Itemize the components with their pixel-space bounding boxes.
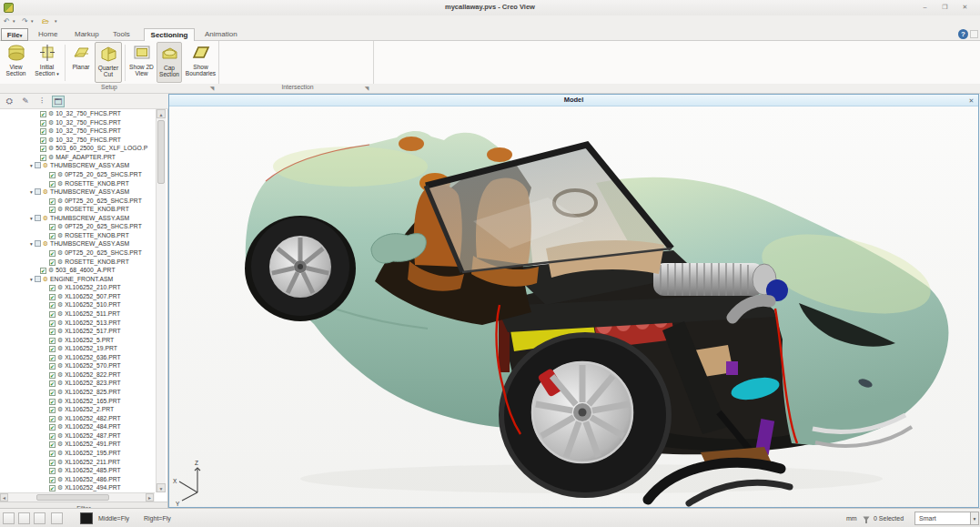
visibility-checkbox[interactable]: ✔ (49, 468, 56, 474)
tree-item[interactable]: ▾⚙THUMBSCREW_ASSY.ASM (0, 214, 155, 223)
visibility-checkbox[interactable]: ✔ (49, 320, 56, 327)
quarter-cut-button[interactable]: Quarter Cut (95, 42, 122, 83)
tree-item[interactable]: ▾⚙THUMBSCREW_ASSY.ASM (0, 187, 155, 197)
visibility-checkbox[interactable]: ✔ (49, 311, 56, 318)
scroll-left-icon[interactable]: ◄ (0, 493, 8, 502)
restore-button[interactable]: ❐ (937, 2, 953, 13)
component-display-icon[interactable]: ⛭ (3, 96, 15, 107)
undo-icon[interactable]: ↶ (4, 16, 10, 26)
expand-arrow-icon[interactable]: ▾ (30, 189, 33, 195)
display-style-icon-1[interactable] (3, 512, 15, 524)
tree-item[interactable]: ✔⚙0PT25_20_625_SHCS.PRT (0, 170, 155, 179)
tree-item[interactable]: ✔⚙XL106252_486.PRT (0, 475, 155, 484)
help-icon[interactable]: ? (958, 29, 968, 39)
tree-item[interactable]: ✔⚙XL106252_822.PRT (0, 370, 155, 380)
viewable-icon[interactable] (35, 188, 41, 195)
tree-item[interactable]: ✔⚙XL106252_636.PRT (0, 353, 155, 362)
selection-filter-combo[interactable]: Smart (914, 512, 971, 525)
tab-tools[interactable]: Tools (107, 28, 136, 41)
rear-wheel[interactable] (251, 218, 349, 316)
tree-item[interactable]: ✔⚙10_32_750_FHCS.PRT (0, 136, 155, 145)
combo-dropdown-icon[interactable]: ▼ (970, 512, 979, 525)
scroll-down-icon[interactable]: ▼ (157, 483, 166, 492)
visibility-checkbox[interactable]: ✔ (49, 346, 56, 352)
visibility-checkbox[interactable]: ✔ (49, 181, 56, 187)
tree-item[interactable]: ▾⚙THUMBSCREW_ASSY.ASM (0, 161, 155, 170)
visibility-checkbox[interactable]: ✔ (49, 259, 56, 266)
initial-section-button[interactable]: Initial Section ▾ (32, 42, 62, 83)
viewable-icon[interactable] (35, 215, 41, 221)
tree-item[interactable]: ✔⚙XL106252_487.PRT (0, 431, 155, 441)
visibility-checkbox[interactable]: ✔ (49, 407, 56, 413)
visibility-checkbox[interactable]: ✔ (49, 441, 56, 448)
tree-item[interactable]: ▾⚙ENGINE_FRONT.ASM (0, 275, 155, 284)
tree-item[interactable]: ✔⚙XL106252_570.PRT (0, 361, 155, 370)
planar-button[interactable]: Planar (68, 42, 94, 83)
hscroll-thumb[interactable] (36, 494, 109, 501)
visibility-checkbox[interactable]: ✔ (49, 390, 56, 396)
visibility-checkbox[interactable]: ✔ (49, 250, 56, 257)
expand-arrow-icon[interactable]: ▾ (30, 277, 33, 282)
viewable-icon[interactable] (35, 240, 41, 247)
visibility-checkbox[interactable]: ✔ (40, 120, 46, 127)
expand-arrow-icon[interactable]: ▾ (30, 216, 33, 221)
tree-item[interactable]: ✔⚙10_32_750_FHCS.PRT (0, 127, 155, 136)
redo-icon[interactable]: ↷ (22, 16, 28, 26)
tree-item[interactable]: ✔⚙XL106252_211.PRT (0, 458, 155, 467)
tree-item[interactable]: ✔⚙XL106252_195.PRT (0, 449, 155, 458)
vscroll-thumb[interactable] (157, 120, 165, 184)
visibility-checkbox[interactable]: ✔ (40, 268, 46, 274)
close-button[interactable]: ✕ (957, 2, 973, 13)
tree-item[interactable]: ▾⚙THUMBSCREW_ASSY.ASM (0, 239, 155, 248)
open-file-icon[interactable]: 🗁 (42, 16, 49, 26)
display-style-icon-4[interactable] (51, 512, 63, 524)
display-style-icon-2[interactable] (18, 512, 30, 524)
visibility-checkbox[interactable]: ✔ (49, 372, 56, 379)
tree-item[interactable]: ✔⚙0PT25_20_625_SHCS.PRT (0, 197, 155, 206)
visibility-checkbox[interactable]: ✔ (49, 416, 56, 422)
tree-item[interactable]: ✔⚙0PT25_20_625_SHCS.PRT (0, 248, 155, 258)
visibility-checkbox[interactable]: ✔ (49, 363, 56, 370)
visibility-checkbox[interactable]: ✔ (49, 198, 56, 205)
viewport-header[interactable]: Model (169, 95, 978, 106)
background-color-icon[interactable] (80, 512, 93, 524)
visibility-checkbox[interactable]: ✔ (49, 399, 56, 405)
visibility-checkbox[interactable]: ✔ (49, 477, 56, 483)
scroll-right-icon[interactable]: ► (146, 493, 154, 502)
tab-home[interactable]: Home (33, 28, 63, 41)
tab-file[interactable]: File▾ (1, 28, 28, 41)
visibility-checkbox[interactable]: ✔ (40, 111, 46, 117)
tab-sectioning[interactable]: Sectioning (144, 28, 195, 41)
visibility-checkbox[interactable]: ✔ (49, 355, 56, 361)
tree-item[interactable]: ✔⚙XL106252_5.PRT (0, 336, 155, 345)
tree-structure-icon[interactable]: ⫶ (35, 96, 48, 107)
tree-item[interactable]: ✔⚙XL106252_517.PRT (0, 327, 155, 336)
front-wheel[interactable] (501, 335, 669, 495)
redo-dropdown-icon[interactable]: ▾ (31, 18, 34, 24)
tree-item[interactable]: ✔⚙10_32_750_FHCS.PRT (0, 118, 155, 127)
visibility-checkbox[interactable]: ✔ (40, 146, 46, 152)
car-model[interactable]: Z X Y (169, 106, 978, 507)
visibility-checkbox[interactable]: ✔ (49, 294, 56, 300)
3d-canvas[interactable]: Z X Y (169, 106, 978, 507)
tree-item[interactable]: ✔⚙XL106252_165.PRT (0, 397, 155, 406)
tree-item[interactable]: ✔⚙XL106252_823.PRT (0, 379, 155, 388)
undo-dropdown-icon[interactable]: ▾ (13, 18, 15, 24)
tab-markup[interactable]: Markup (69, 28, 105, 41)
tree-item[interactable]: ✔⚙XL106252_825.PRT (0, 388, 155, 397)
visibility-checkbox[interactable]: ✔ (49, 302, 56, 309)
tree-vertical-scrollbar[interactable]: ▲ ▼ (156, 109, 166, 492)
tree-item[interactable]: ✔⚙XL106252_507.PRT (0, 292, 155, 301)
tree-item[interactable]: ✔⚙ROSETTE_KNOB.PRT (0, 205, 155, 214)
setup-launcher-icon[interactable]: ◥ (208, 85, 216, 92)
tree-item[interactable]: ✔⚙XL106252_511.PRT (0, 309, 155, 319)
visibility-checkbox[interactable]: ✔ (40, 128, 46, 135)
erase-markup-icon[interactable]: ✎ (19, 96, 32, 107)
tree-item[interactable]: ✔⚙XL106252_513.PRT (0, 319, 155, 328)
visibility-checkbox[interactable]: ✔ (49, 485, 56, 492)
visibility-checkbox[interactable]: ✔ (49, 285, 56, 291)
tree-item[interactable]: ✔⚙ROSETTE_KNOB.PRT (0, 179, 155, 188)
visibility-checkbox[interactable]: ✔ (49, 424, 56, 431)
tree-item[interactable]: ✔⚙XL106252_19.PRT (0, 344, 155, 353)
tree-item[interactable]: ✔⚙ROSETTE_KNOB.PRT (0, 258, 155, 267)
